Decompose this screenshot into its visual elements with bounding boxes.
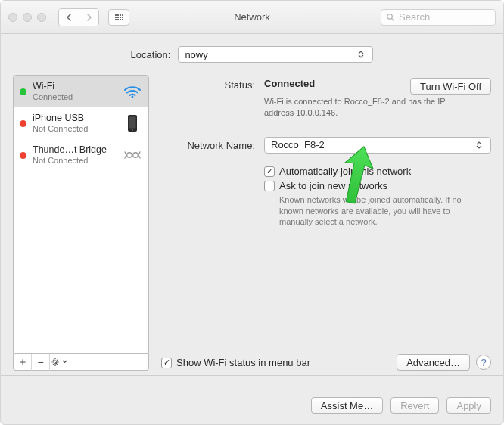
service-status: Connected [33, 92, 117, 102]
thunderbolt-bridge-icon [123, 145, 142, 165]
chevron-down-icon [62, 360, 67, 364]
back-button[interactable] [59, 9, 79, 26]
search-placeholder: Search [399, 11, 430, 23]
service-list[interactable]: Wi-Fi Connected [13, 75, 149, 354]
updown-icon [356, 51, 366, 58]
zoom-window-button[interactable] [37, 13, 46, 22]
service-name: Thunde…t Bridge [33, 144, 117, 155]
location-label: Location: [131, 49, 171, 60]
chevron-right-icon [86, 14, 92, 21]
service-status: Not Connected [33, 124, 117, 134]
network-name-value: Rocco_F8-2 [271, 139, 325, 150]
body: Wi-Fi Connected [1, 75, 503, 371]
auto-join-label: Automatically join this network [279, 166, 411, 177]
footer: Assist Me… Revert Apply [1, 389, 503, 424]
grid-icon [115, 14, 123, 20]
main-pane: Status: Connected Turn Wi-Fi Off Wi-Fi i… [161, 75, 491, 371]
turn-wifi-off-button[interactable]: Turn Wi-Fi Off [410, 78, 491, 95]
ask-new-label: Ask to join new networks [279, 180, 387, 191]
status-dot-disconnected-icon [20, 120, 26, 127]
status-value: Connected [264, 78, 315, 89]
status-dot-connected-icon [20, 88, 26, 95]
svg-point-6 [127, 153, 132, 158]
service-list-toolbar: ＋ − [13, 354, 149, 371]
svg-point-7 [133, 153, 138, 158]
service-item-thunderbolt-bridge[interactable]: Thunde…t Bridge Not Connected [14, 139, 148, 171]
status-dot-disconnected-icon [20, 152, 26, 159]
advanced-button[interactable]: Advanced… [397, 354, 470, 371]
iphone-icon [123, 113, 142, 133]
minimize-window-button[interactable] [23, 13, 32, 22]
network-name-popup[interactable]: Rocco_F8-2 [264, 137, 491, 154]
service-name: Wi-Fi [33, 81, 117, 92]
add-service-button[interactable]: ＋ [14, 354, 32, 371]
svg-point-2 [132, 96, 134, 98]
service-status: Not Connected [33, 156, 117, 166]
ask-new-checkbox[interactable]: Ask to join new networks [264, 180, 491, 191]
checkbox-checked-icon [264, 166, 275, 177]
service-name: iPhone USB [33, 113, 117, 123]
search-icon [386, 13, 395, 22]
close-window-button[interactable] [8, 13, 17, 22]
divider [1, 375, 503, 376]
chevron-left-icon [66, 14, 72, 21]
ask-new-description: Known networks will be joined automatica… [279, 194, 484, 228]
network-prefs-window: Network Search Location: nowy [0, 0, 504, 425]
location-value: nowy [185, 49, 207, 60]
svg-point-5 [132, 129, 133, 131]
window-controls [8, 13, 46, 22]
revert-button[interactable]: Revert [390, 397, 439, 414]
content: Location: nowy Wi-Fi Connected [1, 34, 503, 424]
location-row: Location: nowy [1, 34, 503, 75]
forward-button[interactable] [79, 9, 98, 26]
show-all-button[interactable] [108, 9, 129, 26]
service-actions-button[interactable] [50, 354, 68, 371]
updown-icon [474, 141, 484, 149]
status-description: Wi-Fi is connected to Rocco_F8-2 and has… [264, 96, 476, 119]
wifi-icon [123, 82, 142, 101]
apply-button[interactable]: Apply [446, 397, 491, 414]
service-item-iphone-usb[interactable]: iPhone USB Not Connected [14, 107, 148, 139]
checkbox-checked-icon [161, 358, 172, 368]
svg-line-1 [392, 18, 394, 20]
status-label: Status: [161, 78, 255, 91]
location-popup[interactable]: nowy [178, 46, 373, 63]
help-button[interactable]: ? [476, 355, 491, 370]
network-name-label: Network Name: [161, 138, 255, 151]
titlebar: Network Search [1, 1, 503, 34]
auto-join-checkbox[interactable]: Automatically join this network [264, 166, 491, 177]
search-field[interactable]: Search [381, 9, 496, 26]
show-menu-bar-label: Show Wi-Fi status in menu bar [176, 357, 310, 368]
sidebar: Wi-Fi Connected [13, 75, 149, 371]
gear-icon [51, 357, 61, 368]
assist-me-button[interactable]: Assist Me… [311, 397, 383, 414]
checkbox-unchecked-icon [264, 181, 275, 191]
service-item-wifi[interactable]: Wi-Fi Connected [14, 76, 148, 107]
remove-service-button[interactable]: − [32, 354, 50, 371]
show-menu-bar-checkbox[interactable]: Show Wi-Fi status in menu bar [161, 357, 310, 368]
nav-buttons [58, 8, 99, 26]
svg-rect-4 [129, 117, 136, 129]
